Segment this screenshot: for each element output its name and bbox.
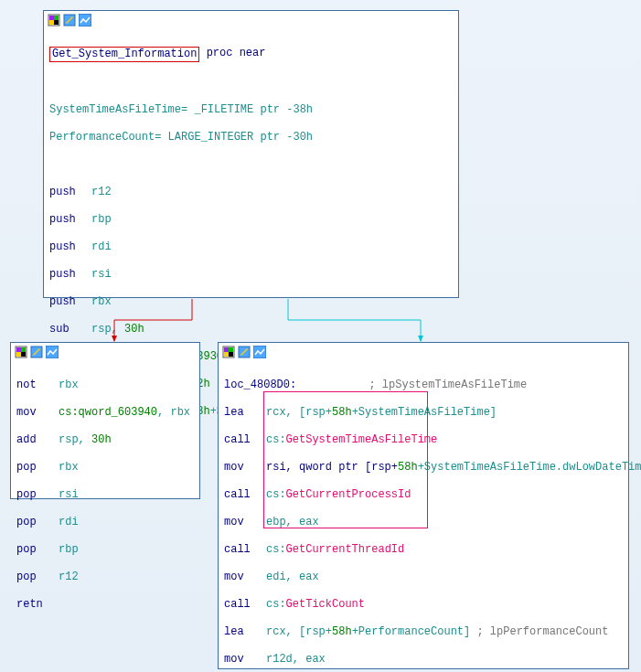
edit-icon[interactable] xyxy=(30,346,43,358)
left-code-body: notrbx movcs:qword_603940, rbx addrsp, 3… xyxy=(11,361,199,645)
graph-icon[interactable] xyxy=(253,346,266,358)
graph-icon[interactable] xyxy=(46,346,59,358)
svg-rect-4 xyxy=(54,20,59,25)
left-code-panel: notrbx movcs:qword_603940, rbx addrsp, 3… xyxy=(10,342,200,499)
right-code-panel: loc_4808D0: ; lpSystemTimeAsFileTime lea… xyxy=(218,342,629,669)
svg-rect-18 xyxy=(229,352,233,357)
svg-rect-15 xyxy=(224,347,229,352)
edit-icon[interactable] xyxy=(63,14,76,27)
graph-icon[interactable] xyxy=(79,14,91,27)
svg-rect-16 xyxy=(229,347,233,352)
svg-rect-17 xyxy=(224,352,229,357)
top-titlebar xyxy=(44,11,458,29)
svg-rect-11 xyxy=(21,352,26,357)
svg-rect-9 xyxy=(21,347,26,352)
svg-rect-3 xyxy=(49,20,54,25)
color-swatch-icon[interactable] xyxy=(15,346,27,358)
left-titlebar xyxy=(11,343,199,361)
var-decl-2: PerformanceCount= LARGE_INTEGER ptr -30h xyxy=(49,131,313,144)
color-swatch-icon[interactable] xyxy=(222,346,235,358)
function-name-highlight: Get_System_Information xyxy=(49,47,199,62)
svg-rect-10 xyxy=(16,352,21,357)
svg-rect-1 xyxy=(49,16,54,20)
right-code-body: loc_4808D0: ; lpSystemTimeAsFileTime lea… xyxy=(219,361,628,672)
var-decl-1: SystemTimeAsFileTime= _FILETIME ptr -38h xyxy=(49,103,313,116)
svg-rect-8 xyxy=(16,347,21,352)
edit-icon[interactable] xyxy=(238,346,251,358)
top-code-panel: Get_System_Information proc near SystemT… xyxy=(43,10,459,298)
color-swatch-icon[interactable] xyxy=(48,14,60,27)
right-titlebar xyxy=(219,343,628,361)
svg-rect-2 xyxy=(54,16,59,20)
